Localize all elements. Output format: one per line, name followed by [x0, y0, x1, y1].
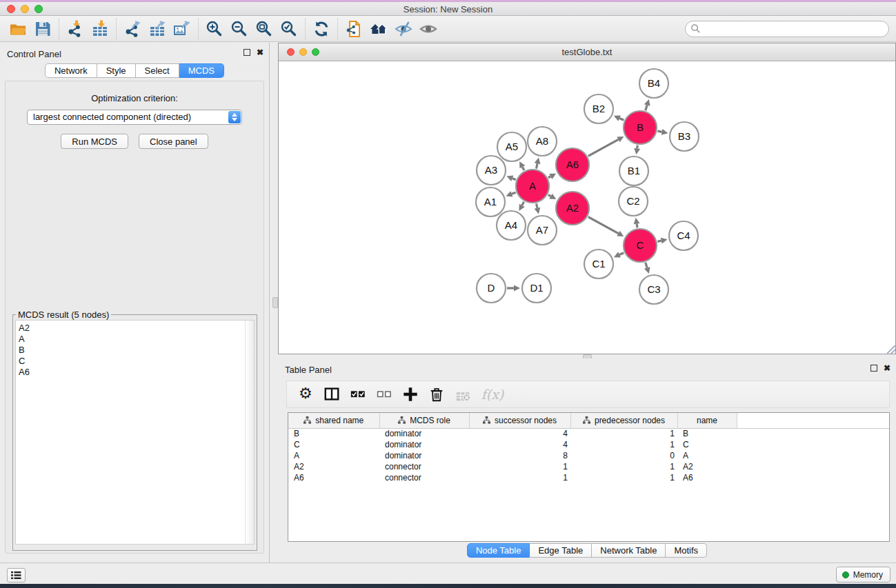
cell-shared-name[interactable]: A — [288, 450, 379, 461]
node-table[interactable]: shared nameMCDS rolesuccessor nodesprede… — [288, 412, 890, 542]
column-header-successor-nodes[interactable]: successor nodes — [469, 413, 570, 428]
tab-node-table[interactable]: Node Table — [467, 543, 530, 558]
cell-mcds-role[interactable]: dominator — [379, 428, 469, 439]
zoom-out-button[interactable] — [227, 18, 252, 40]
network-window-titlebar[interactable]: testGlobe.txt — [279, 43, 895, 61]
tab-motifs[interactable]: Motifs — [666, 543, 707, 558]
cell-mcds-role[interactable]: dominator — [379, 439, 469, 450]
edge-A-A3[interactable] — [512, 179, 516, 180]
column-header-mcds-role[interactable]: MCDS role — [379, 413, 469, 428]
deselect-all-button[interactable] — [372, 383, 396, 405]
import-network-button[interactable] — [63, 18, 88, 40]
cell-mcds-role[interactable]: dominator — [379, 450, 469, 461]
cell-name[interactable]: A6 — [677, 472, 737, 483]
edge-A-A6[interactable] — [548, 176, 550, 178]
cell-name[interactable]: A2 — [677, 461, 737, 472]
edge-C-C2[interactable] — [637, 224, 637, 228]
edge-B-B2[interactable] — [619, 119, 624, 121]
window-resize-grip[interactable] — [887, 345, 895, 354]
result-item[interactable]: A — [16, 334, 254, 345]
table-row[interactable]: Cdominator41C — [288, 439, 889, 450]
run-mcds-button[interactable]: Run MCDS — [61, 134, 128, 149]
show-panels-button[interactable] — [416, 18, 441, 40]
edge-A-A1[interactable] — [512, 192, 516, 194]
cell-predecessor-nodes[interactable]: 1 — [570, 439, 677, 450]
cell-name[interactable]: B — [677, 428, 737, 439]
tab-network[interactable]: Network — [45, 63, 97, 78]
column-header-shared-name[interactable]: shared name — [288, 413, 379, 428]
result-item[interactable]: A2 — [16, 321, 254, 334]
cell-mcds-role[interactable]: connector — [379, 461, 469, 472]
optimization-criterion-select[interactable]: largest connected component (directed) — [27, 110, 242, 125]
add-column-button[interactable] — [399, 383, 422, 405]
cell-predecessor-nodes[interactable]: 1 — [570, 472, 677, 483]
search-input[interactable] — [701, 23, 888, 35]
tab-mcds[interactable]: MCDS — [179, 63, 224, 78]
tab-edge-table[interactable]: Edge Table — [530, 543, 592, 558]
close-panel-button[interactable]: Close panel — [139, 134, 208, 149]
edge-B-B1[interactable] — [637, 145, 638, 149]
zoom-selected-button[interactable] — [277, 18, 301, 40]
zoom-fit-button[interactable] — [252, 18, 277, 40]
result-item[interactable]: B — [16, 345, 254, 356]
result-item[interactable]: C — [16, 356, 254, 367]
cell-predecessor-nodes[interactable]: 1 — [570, 428, 677, 439]
cell-name[interactable]: C — [677, 439, 737, 450]
open-session-button[interactable] — [6, 18, 30, 40]
close-table-panel-icon[interactable]: ✖ — [884, 365, 890, 372]
result-item[interactable]: A6 — [16, 367, 254, 378]
cell-successor-nodes[interactable]: 4 — [469, 439, 570, 450]
edge-A-A5[interactable] — [522, 167, 524, 170]
edge-B-B4[interactable] — [646, 105, 647, 110]
edge-C-C1[interactable] — [619, 253, 624, 255]
table-row[interactable]: A6connector11A6 — [288, 472, 889, 483]
column-header-name[interactable]: name — [677, 413, 737, 428]
edge-A6-B[interactable] — [588, 139, 619, 156]
edge-A-A8[interactable] — [536, 163, 537, 168]
table-row[interactable]: A2connector11A2 — [288, 461, 889, 472]
hide-panels-button[interactable] — [391, 18, 416, 40]
tab-style[interactable]: Style — [97, 63, 136, 78]
cell-successor-nodes[interactable]: 4 — [469, 428, 570, 439]
float-panel-icon[interactable] — [243, 49, 250, 56]
split-view-button[interactable] — [320, 383, 344, 405]
network-canvas[interactable]: B4B2BB3A8A5A6A3B1AC2A1A2A4A7C4CC1C3DD1 — [279, 61, 895, 354]
cell-successor-nodes[interactable]: 1 — [469, 461, 570, 472]
settings-button[interactable]: ⚙ — [294, 383, 317, 405]
edge-A-A7[interactable] — [537, 203, 537, 207]
result-list-scrollbar[interactable] — [245, 321, 254, 544]
cell-predecessor-nodes[interactable]: 1 — [570, 461, 677, 472]
save-session-button[interactable] — [30, 18, 55, 40]
cell-predecessor-nodes[interactable]: 0 — [570, 450, 677, 461]
float-table-panel-icon[interactable] — [870, 365, 877, 372]
edge-A-A4[interactable] — [522, 202, 524, 205]
mcds-result-list[interactable]: A2ABCA6 — [15, 320, 255, 545]
export-table-button[interactable] — [145, 18, 170, 40]
table-row[interactable]: Bdominator41B — [288, 428, 889, 439]
edge-C-C3[interactable] — [646, 263, 647, 268]
cell-name[interactable]: A — [677, 450, 737, 461]
table-row[interactable]: Adominator80A — [288, 450, 889, 461]
edge-A2-C[interactable] — [588, 217, 619, 234]
network-graph[interactable]: B4B2BB3A8A5A6A3B1AC2A1A2A4A7C4CC1C3DD1 — [279, 61, 895, 354]
vertical-splitter-grip[interactable] — [272, 297, 278, 308]
tab-network-table[interactable]: Network Table — [592, 543, 666, 558]
refresh-button[interactable] — [309, 18, 334, 40]
close-panel-icon[interactable]: ✖ — [257, 49, 263, 56]
edge-A-A2[interactable] — [548, 195, 551, 196]
search-box[interactable] — [685, 21, 889, 37]
import-table-button[interactable] — [88, 18, 112, 40]
cell-successor-nodes[interactable]: 8 — [469, 450, 570, 461]
select-all-button[interactable] — [346, 383, 370, 405]
cell-shared-name[interactable]: A2 — [288, 461, 379, 472]
zoom-in-button[interactable] — [202, 18, 227, 40]
export-image-button[interactable] — [170, 18, 195, 40]
cell-mcds-role[interactable]: connector — [379, 472, 469, 483]
memory-button[interactable]: Memory — [836, 567, 890, 582]
edge-B-B3[interactable] — [657, 131, 661, 132]
home-button[interactable] — [366, 18, 391, 40]
delete-column-button[interactable] — [425, 383, 448, 405]
cell-successor-nodes[interactable]: 1 — [469, 472, 570, 483]
column-header-predecessor-nodes[interactable]: predecessor nodes — [570, 413, 677, 428]
tab-select[interactable]: Select — [136, 63, 179, 78]
